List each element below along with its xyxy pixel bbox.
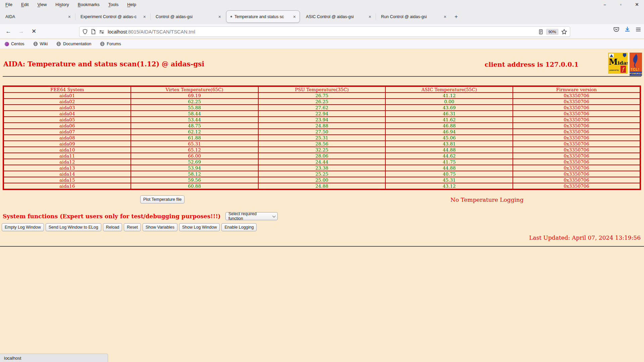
tab-close-icon[interactable]: × (292, 14, 297, 19)
cell-firmware: 0x3350706 (513, 147, 640, 153)
url-bar[interactable]: localhost:8015/AIDA/TSCAN/TSCAN.tml 90% (79, 26, 570, 37)
downloads-icon[interactable] (624, 26, 631, 33)
stop-icon[interactable]: ✕ (28, 26, 40, 37)
menu-help[interactable]: Help (125, 1, 138, 8)
reader-view-icon[interactable] (538, 29, 543, 35)
menu-edit[interactable]: Edit (19, 1, 31, 8)
tab-title: Run Control @ aidas-gsi (381, 14, 441, 19)
menu-file[interactable]: File (3, 1, 14, 8)
cell-system: aida01 (3, 93, 131, 99)
cell-system: aida14 (3, 171, 131, 177)
table-row: aida1065.1232.2544.880x3350706 (3, 147, 640, 153)
menu-history[interactable]: History (53, 1, 71, 8)
tcl-feather-icon (632, 53, 640, 69)
midas-logo: Midas powered by 𝑓 (608, 53, 628, 74)
back-icon[interactable]: ← (3, 26, 14, 37)
table-row: aida1458.1225.2540.750x3350706 (3, 171, 640, 177)
cell-asic-temp: 0.00 (385, 99, 513, 105)
cell-virtex-temp: 58.12 (131, 171, 258, 177)
tab-title: AIDA (5, 14, 65, 19)
menu-bookmarks[interactable]: Bookmarks (76, 1, 102, 8)
tcl-logo: TCL! POWERED (630, 53, 642, 76)
zoom-level-badge[interactable]: 90% (546, 29, 558, 35)
cell-system: aida16 (3, 183, 131, 189)
cell-system: aida09 (3, 141, 131, 147)
cell-asic-temp: 46.94 (385, 129, 513, 135)
tab-close-icon[interactable]: × (142, 14, 147, 19)
show-log-window-button[interactable]: Show Log Window (179, 223, 220, 231)
cell-firmware: 0x3350706 (513, 111, 640, 117)
tab-3[interactable]: Control @ aidas-gsi× (150, 9, 225, 24)
tab-close-icon[interactable]: × (67, 14, 72, 19)
bookmark-forums[interactable]: Forums (100, 42, 121, 46)
page-info-icon[interactable] (91, 29, 96, 35)
cell-virtex-temp: 52.69 (131, 159, 258, 165)
reset-button[interactable]: Reset (124, 223, 141, 231)
tab-4-active[interactable]: Temperature and status sc× (225, 9, 301, 24)
cell-virtex-temp: 55.88 (131, 105, 258, 111)
menu-view[interactable]: View (35, 1, 49, 8)
bookmark-label: Centos (11, 42, 24, 46)
hamburger-menu-icon[interactable] (635, 26, 641, 33)
cell-firmware: 0x3350706 (513, 183, 640, 189)
tab-close-icon[interactable]: × (443, 14, 447, 19)
cell-firmware: 0x3350706 (513, 105, 640, 111)
no-temperature-logging-status: No Temperature Logging (450, 196, 524, 203)
pocket-icon[interactable] (613, 26, 620, 33)
column-header: Virtex Temperature(65C) (131, 86, 258, 93)
bookmark-centos[interactable]: Centos (5, 42, 24, 46)
menu-tools[interactable]: Tools (106, 1, 120, 8)
table-row: aida0762.1227.5046.940x3350706 (3, 129, 640, 135)
bookmarks-bar: CentosWikiDocumentationForums (0, 39, 644, 49)
bookmark-star-icon[interactable] (561, 29, 567, 35)
bookmark-wiki[interactable]: Wiki (33, 42, 48, 46)
new-tab-button[interactable]: + (451, 9, 462, 24)
cell-asic-temp: 41.12 (385, 93, 513, 99)
tab-close-icon[interactable]: × (217, 14, 222, 19)
cell-virtex-temp: 53.44 (131, 117, 258, 123)
system-functions-row: System functions (Expert users only for … (3, 212, 644, 220)
tab-5[interactable]: ASIC Control @ aidas-gsi× (301, 9, 376, 24)
table-row: aida1660.8824.8843.120x3350706 (3, 183, 640, 189)
cell-asic-temp: 44.88 (385, 147, 513, 153)
maximize-icon[interactable]: ▫ (616, 2, 625, 7)
enable-logging-button[interactable]: Enable Logging (221, 223, 257, 231)
permissions-icon[interactable] (99, 29, 104, 35)
cell-psu-temp: 23.38 (258, 165, 386, 171)
shield-icon[interactable] (82, 29, 88, 35)
cell-system: aida06 (3, 123, 131, 129)
url-text[interactable]: localhost:8015/AIDA/TSCAN/TSCAN.tml (108, 29, 538, 35)
cell-psu-temp: 25.25 (258, 171, 386, 177)
cell-asic-temp: 44.88 (385, 165, 513, 171)
system-function-select[interactable]: Select required function (225, 212, 278, 220)
reload-button[interactable]: Reload (103, 223, 122, 231)
table-row: aida0553.4423.9441.620x3350706 (3, 117, 640, 123)
table-row: aida0861.8825.3145.060x3350706 (3, 135, 640, 141)
cell-psu-temp: 28.56 (258, 141, 386, 147)
show-variables-button[interactable]: Show Variables (143, 223, 177, 231)
logos: Midas powered by 𝑓 TCL! POWERED (608, 53, 642, 76)
tab-6[interactable]: Run Control @ aidas-gsi× (376, 9, 451, 24)
plot-temperature-file-button[interactable]: Plot Temperature file (140, 195, 184, 203)
bookmark-label: Wiki (40, 42, 48, 46)
chevron-down-icon (272, 214, 276, 218)
tab-close-icon[interactable]: × (368, 14, 372, 19)
bookmark-documentation[interactable]: Documentation (56, 42, 91, 46)
send-log-window-to-elog-button[interactable]: Send Log Window to ELog (46, 223, 101, 231)
cell-system: aida11 (3, 153, 131, 159)
globe-icon (56, 42, 61, 46)
cell-virtex-temp: 58.44 (131, 111, 258, 117)
cell-system: aida05 (3, 117, 131, 123)
empty-log-window-button[interactable]: Empty Log Window (2, 223, 44, 231)
tab-2[interactable]: Experiment Control @ aidas-c× (75, 9, 150, 24)
column-header: FEE64 System (3, 86, 131, 93)
cell-system: aida10 (3, 147, 131, 153)
log-buttons-row: Empty Log WindowSend Log Window to ELogR… (2, 223, 644, 231)
minimize-icon[interactable]: – (600, 2, 609, 7)
tab-1[interactable]: AIDA× (0, 9, 75, 24)
cell-psu-temp: 28.06 (258, 153, 386, 159)
close-icon[interactable]: ✕ (633, 2, 641, 7)
active-tab-inner[interactable]: Temperature and status sc× (226, 10, 300, 23)
cell-asic-temp: 45.31 (385, 177, 513, 183)
table-body: aida0169.1926.7541.120x3350706aida0262.2… (3, 93, 640, 189)
